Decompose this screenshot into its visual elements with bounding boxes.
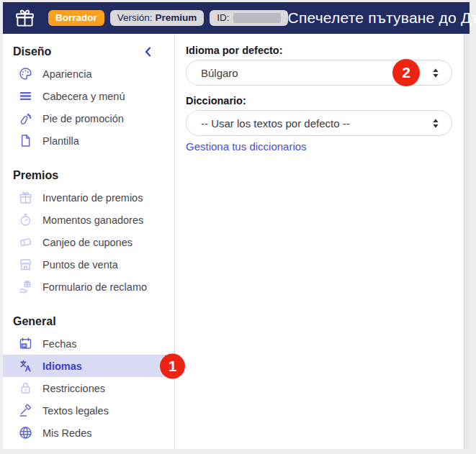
version-badge: Versión:Premium — [110, 10, 205, 26]
sidebar-item-apariencia[interactable]: Apariencia — [3, 63, 174, 85]
step-badge-1: 1 — [160, 353, 185, 378]
gift-icon — [17, 190, 33, 206]
sidebar-item-label: Pie de promoción — [42, 113, 124, 124]
id-label: ID: — [217, 13, 229, 23]
translate-icon — [17, 358, 33, 374]
chevron-left-icon[interactable] — [142, 45, 155, 58]
sidebar-item-plantilla[interactable]: Plantilla — [3, 130, 174, 152]
select-arrows-icon — [432, 68, 439, 78]
hand-gift-icon — [17, 279, 33, 295]
sidebar-item-label: Plantilla — [42, 135, 79, 147]
language-settings-panel: Idioma por defecto: Búlgaro 2 Diccionari… — [175, 34, 464, 449]
globe-icon — [17, 425, 33, 441]
default-language-select[interactable]: Búlgaro 2 — [186, 60, 452, 86]
gavel-icon — [17, 403, 33, 419]
scrollbar-track[interactable] — [464, 34, 470, 449]
top-header: Borrador Versión:Premium ID: Спечелете п… — [3, 2, 470, 34]
sidebar-item-fechas[interactable]: 03 Fechas — [3, 332, 174, 355]
sidebar-item-canjeo-de-cupones[interactable]: Canjeo de cupones — [3, 231, 174, 253]
section-premios: Premios — [3, 152, 174, 186]
sidebar-item-label: Formulario de reclamo — [42, 281, 147, 293]
promotion-title: Спечелете пътуване до Дъблин — [288, 9, 476, 27]
sidebar-item-label: Idiomas — [42, 360, 82, 372]
redacted-id-value — [233, 13, 281, 23]
sidebar-item-label: Inventario de premios — [42, 192, 143, 204]
gift-logo-icon — [14, 7, 36, 29]
document-icon — [17, 133, 33, 149]
sidebar-item-idiomas[interactable]: Idiomas 1 — [3, 355, 174, 377]
sidebar-item-label: Fechas — [42, 338, 77, 350]
sidebar-item-cabecera-y-menu[interactable]: Cabecera y menú — [3, 85, 174, 107]
draft-status-badge: Borrador — [48, 10, 104, 26]
step-badge-2: 2 — [392, 59, 420, 86]
foot-icon — [17, 111, 33, 127]
sidebar-item-label: Cabecera y menú — [42, 91, 125, 102]
store-icon — [17, 257, 33, 273]
id-badge: ID: — [210, 10, 287, 26]
section-title: General — [13, 315, 56, 328]
stopwatch-icon — [17, 212, 33, 228]
calendar-icon: 03 — [17, 336, 33, 352]
section-diseno: Diseño — [3, 35, 174, 63]
version-value: Premium — [156, 13, 197, 23]
sidebar-item-mis-redes[interactable]: Mis Redes — [3, 422, 174, 444]
sidebar-item-puntos-de-venta[interactable]: Puntos de venta — [3, 253, 174, 276]
section-general: General — [3, 298, 174, 332]
lock-icon — [17, 381, 33, 396]
sidebar-item-label: Mis Redes — [42, 427, 92, 439]
sidebar-item-label: Canjeo de cupones — [42, 237, 133, 248]
sidebar-item-label: Momentos ganadores — [42, 214, 143, 226]
menu-icon — [17, 88, 33, 104]
dictionary-label: Diccionario: — [186, 95, 452, 108]
section-title: Premios — [13, 169, 58, 182]
sidebar-item-label: Apariencia — [42, 68, 92, 80]
promotion-editor-window: Borrador Versión:Premium ID: Спечелете п… — [3, 2, 470, 449]
calendar-day-text: 03 — [22, 344, 26, 348]
sidebar-item-label: Restricciones — [42, 383, 105, 394]
version-label: Versión: — [117, 13, 153, 23]
sidebar-item-label: Puntos de venta — [42, 259, 118, 271]
ticket-icon — [17, 235, 33, 250]
sidebar-item-textos-legales[interactable]: Textos legales — [3, 399, 174, 422]
sidebar-item-formulario-de-reclamo[interactable]: Formulario de reclamo — [3, 276, 174, 298]
palette-icon — [17, 66, 33, 82]
sidebar-item-inventario-de-premios[interactable]: Inventario de premios — [3, 186, 174, 209]
dictionary-select[interactable]: -- Usar los textos por defecto -- — [186, 110, 452, 136]
sidebar-item-restricciones[interactable]: Restricciones — [3, 377, 174, 399]
settings-sidebar: Diseño Apariencia — [3, 34, 175, 449]
select-arrows-icon — [432, 118, 439, 129]
section-title: Diseño — [13, 45, 51, 58]
sidebar-item-pie-de-promocion[interactable]: Pie de promoción — [3, 107, 174, 130]
sidebar-item-momentos-ganadores[interactable]: Momentos ganadores — [3, 209, 174, 231]
default-language-label: Idioma por defecto: — [186, 45, 452, 58]
dictionary-value: -- Usar los textos por defecto -- — [201, 117, 350, 130]
default-language-value: Búlgaro — [201, 67, 238, 79]
manage-dictionaries-link[interactable]: Gestiona tus diccionarios — [186, 140, 307, 153]
sidebar-item-label: Textos legales — [42, 405, 109, 417]
